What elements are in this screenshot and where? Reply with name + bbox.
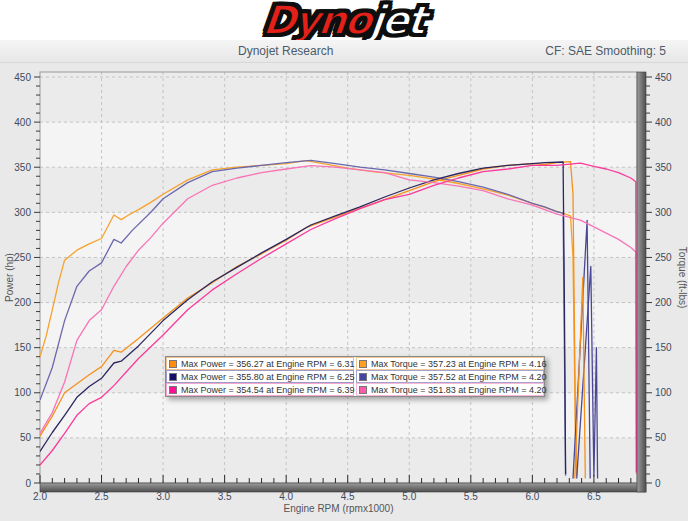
svg-text:250: 250 bbox=[655, 252, 672, 263]
series-color-swatch bbox=[359, 373, 367, 381]
legend-label: Max Power = 356.27 at Engine RPM = 6.31 bbox=[181, 359, 355, 369]
svg-text:4.5: 4.5 bbox=[341, 491, 355, 502]
svg-text:150: 150 bbox=[14, 342, 31, 353]
series-color-swatch bbox=[359, 386, 367, 394]
svg-text:2.5: 2.5 bbox=[95, 491, 109, 502]
svg-text:3.5: 3.5 bbox=[218, 491, 232, 502]
svg-text:300: 300 bbox=[14, 207, 31, 218]
legend-label: Max Power = 354.54 at Engine RPM = 6.39 bbox=[181, 385, 355, 395]
svg-text:6.0: 6.0 bbox=[525, 491, 539, 502]
series-color-swatch bbox=[359, 360, 367, 368]
svg-text:450: 450 bbox=[14, 72, 31, 83]
svg-text:300: 300 bbox=[655, 207, 672, 218]
svg-text:6.5: 6.5 bbox=[587, 491, 601, 502]
svg-text:350: 350 bbox=[655, 162, 672, 173]
svg-text:2.0: 2.0 bbox=[33, 491, 47, 502]
svg-text:5.0: 5.0 bbox=[402, 491, 416, 502]
legend-label: Max Torque = 357.52 at Engine RPM = 4.20 bbox=[371, 372, 546, 382]
legend-power-column: Max Power = 356.27 at Engine RPM = 6.31 … bbox=[166, 357, 354, 396]
svg-text:0: 0 bbox=[25, 478, 31, 489]
legend-row-power-1: Max Power = 356.27 at Engine RPM = 6.31 bbox=[166, 357, 354, 370]
legend-label: Max Torque = 357.23 at Engine RPM = 4.16 bbox=[371, 359, 546, 369]
svg-text:5.5: 5.5 bbox=[464, 491, 478, 502]
legend-label: Max Torque = 351.83 at Engine RPM = 4.20 bbox=[371, 385, 546, 395]
logo-text-dyno: Dyno bbox=[261, 0, 373, 43]
svg-text:Power (hp): Power (hp) bbox=[4, 253, 15, 302]
svg-text:250: 250 bbox=[14, 252, 31, 263]
dynojet-logo: Dynojet bbox=[261, 1, 426, 39]
legend-row-torque-2: Max Torque = 357.52 at Engine RPM = 4.20 bbox=[356, 370, 544, 383]
svg-text:200: 200 bbox=[14, 297, 31, 308]
svg-text:400: 400 bbox=[14, 117, 31, 128]
svg-text:3.0: 3.0 bbox=[156, 491, 170, 502]
svg-text:150: 150 bbox=[655, 342, 672, 353]
svg-text:100: 100 bbox=[14, 387, 31, 398]
svg-text:Engine RPM (rpmx1000): Engine RPM (rpmx1000) bbox=[283, 503, 393, 514]
logo-strip: Dynojet bbox=[0, 0, 688, 40]
page-title: Dynojet Research bbox=[238, 44, 333, 58]
dyno-app-window: Dynojet Dynojet Research CF: SAE Smoothi… bbox=[0, 0, 688, 521]
header-bar: Dynojet Research CF: SAE Smoothing: 5 bbox=[0, 40, 688, 63]
series-color-swatch bbox=[169, 373, 177, 381]
svg-text:450: 450 bbox=[655, 72, 672, 83]
dyno-graph-plot: 0050501001001501502002002502503003003503… bbox=[0, 0, 688, 521]
series-color-swatch bbox=[169, 360, 177, 368]
svg-text:0: 0 bbox=[655, 478, 661, 489]
svg-text:350: 350 bbox=[14, 162, 31, 173]
legend-row-power-3: Max Power = 354.54 at Engine RPM = 6.39 bbox=[166, 383, 354, 396]
svg-text:50: 50 bbox=[655, 432, 667, 443]
legend-torque-column: Max Torque = 357.23 at Engine RPM = 4.16… bbox=[356, 357, 544, 396]
legend-row-power-2: Max Power = 355.80 at Engine RPM = 6.25 bbox=[166, 370, 354, 383]
svg-text:50: 50 bbox=[20, 432, 32, 443]
legend-row-torque-1: Max Torque = 357.23 at Engine RPM = 4.16 bbox=[356, 357, 544, 370]
svg-text:400: 400 bbox=[655, 117, 672, 128]
series-color-swatch bbox=[169, 386, 177, 394]
logo-text-jet: jet bbox=[368, 0, 427, 43]
svg-text:4.0: 4.0 bbox=[279, 491, 293, 502]
smoothing-status: CF: SAE Smoothing: 5 bbox=[545, 44, 666, 58]
svg-text:200: 200 bbox=[655, 297, 672, 308]
legend-row-torque-3: Max Torque = 351.83 at Engine RPM = 4.20 bbox=[356, 383, 544, 396]
svg-text:100: 100 bbox=[655, 387, 672, 398]
svg-text:Torque (ft-lbs): Torque (ft-lbs) bbox=[677, 247, 688, 309]
legend-label: Max Power = 355.80 at Engine RPM = 6.25 bbox=[181, 372, 355, 382]
chart-legend: Max Power = 356.27 at Engine RPM = 6.31 … bbox=[165, 356, 545, 397]
